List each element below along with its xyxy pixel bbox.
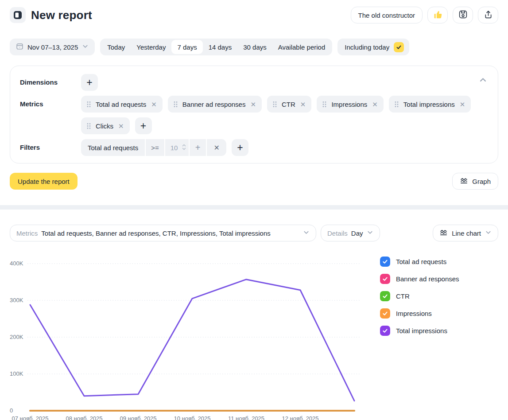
drag-handle-icon[interactable] [87,101,91,108]
chart-metrics-select-value: Total ad requests, Banner ad responses, … [41,229,270,237]
chart-metrics-select[interactable]: Metrics Total ad requests, Banner ad res… [10,225,316,241]
legend-label: Impressions [396,310,432,317]
page-header: New report The old constructor [10,7,498,23]
old-constructor-button[interactable]: The old constructor [351,7,423,23]
remove-metric-icon[interactable]: ✕ [300,101,306,108]
legend-item-total-ad-requests[interactable]: Total ad requests [380,257,459,267]
legend-item-ctr[interactable]: CTR [380,291,459,301]
metrics-label: Metrics [20,96,81,113]
legend-checkbox[interactable] [380,308,390,319]
line-chart-icon [439,228,448,238]
legend-checkbox[interactable] [380,274,390,284]
including-today-toggle[interactable]: Including today [337,39,409,55]
chart-metrics-select-label: Metrics [16,229,38,237]
calendar-icon [16,43,23,51]
remove-metric-icon[interactable]: ✕ [372,101,378,108]
preset-30-days[interactable]: 30 days [237,40,272,54]
save-button[interactable] [453,7,473,23]
y-axis-tick: 400K [10,260,26,268]
chart-details-select[interactable]: Details Day [321,225,380,241]
metric-chip[interactable]: CTR ✕ [267,96,311,113]
section-divider [0,205,508,210]
remove-metric-icon[interactable]: ✕ [151,101,157,108]
chart-type-select[interactable]: Line chart [433,225,498,241]
preset-available-period[interactable]: Available period [272,40,331,54]
share-icon [484,10,493,20]
save-icon [458,10,468,20]
legend-item-total-impressions[interactable]: Total impressions [380,326,459,336]
x-axis-tick: 12 нояб. 2025 [282,415,318,420]
add-filter-button[interactable]: + [232,139,248,156]
chart-details-select-value: Day [351,229,363,237]
y-axis-tick: 100K [10,370,26,378]
like-button[interactable] [427,7,448,23]
preset-yesterday[interactable]: Yesterday [131,40,171,54]
dimensions-label: Dimensions [20,74,81,91]
page-title: New report [31,8,92,22]
dimensions-row: Dimensions + [20,74,488,91]
graph-button-label: Graph [472,178,491,185]
filters-label: Filters [20,139,81,156]
metric-chip[interactable]: Impressions ✕ [317,96,383,113]
period-row: Nov 07–13, 2025 Today Yesterday 7 days 1… [10,39,498,55]
x-axis-tick: 07 нояб. 2025 [12,415,48,420]
filter-field[interactable]: Total ad requests [81,139,145,156]
remove-metric-icon[interactable]: ✕ [118,123,124,129]
y-axis-tick: 200K [10,333,26,341]
x-axis-tick: 08 нояб. 2025 [66,415,102,420]
metric-chip[interactable]: Total impressions ✕ [389,96,471,113]
period-presets: Today Yesterday 7 days 14 days 30 days A… [100,39,332,55]
metric-chip-label: Total ad requests [96,101,146,108]
legend-item-impressions[interactable]: Impressions [380,308,459,319]
date-range-value: Nov 07–13, 2025 [27,43,78,51]
metric-chip[interactable]: Banner ad responses ✕ [168,96,262,113]
drag-handle-icon[interactable] [87,123,91,129]
y-axis-tick: 300K [10,296,26,304]
chevron-up-icon [479,79,487,86]
preset-7-days[interactable]: 7 days [171,40,202,54]
collapse-panel-button[interactable] [476,73,490,88]
chevron-down-icon [303,229,310,237]
chevron-down-icon [82,43,89,51]
date-range-picker[interactable]: Nov 07–13, 2025 [10,39,95,55]
line-chart: 400K 300K 200K 100K 0 07 нояб. 2025 08 н… [10,253,369,420]
x-axis-tick: 09 нояб. 2025 [120,415,156,420]
preset-today[interactable]: Today [101,40,131,54]
drag-handle-icon[interactable] [174,101,178,108]
filter-operator[interactable]: >= [146,139,164,156]
filter-value-input[interactable] [171,144,181,152]
chart-legend: Total ad requests Banner ad responses CT… [380,257,459,420]
drag-handle-icon[interactable] [322,101,326,108]
chart-type-select-value: Line chart [452,229,481,237]
add-dimension-button[interactable]: + [81,74,98,91]
legend-label: Banner ad responses [396,275,459,283]
graph-button[interactable]: Graph [452,173,498,190]
share-button[interactable] [478,7,498,23]
including-today-checkbox[interactable] [394,42,404,52]
legend-checkbox[interactable] [380,326,390,336]
filter-value [165,139,189,156]
remove-metric-icon[interactable]: ✕ [250,101,256,108]
metric-chip[interactable]: Clicks ✕ [81,117,130,134]
remove-metric-icon[interactable]: ✕ [460,101,465,108]
filter-remove-icon[interactable]: ✕ [207,139,226,156]
actions-row: Update the report Graph [10,173,498,190]
add-metric-button[interactable]: + [135,117,152,134]
legend-item-banner-ad-responses[interactable]: Banner ad responses [380,274,459,284]
constructor-panel: Dimensions + Metrics Total ad requests ✕… [10,66,498,163]
drag-handle-icon[interactable] [273,101,277,108]
stepper-icon[interactable] [182,144,186,152]
chart-controls: Metrics Total ad requests, Banner ad res… [10,225,498,241]
drag-handle-icon[interactable] [395,101,399,108]
legend-checkbox[interactable] [380,291,390,301]
chevron-down-icon [367,229,373,237]
filter-add-condition-icon[interactable]: + [190,139,206,156]
filters-row: Filters Total ad requests >= + ✕ + [20,139,488,156]
metric-chip[interactable]: Total ad requests ✕ [81,96,163,113]
report-icon [10,7,26,23]
legend-checkbox[interactable] [380,257,390,267]
thumbs-up-icon [433,10,442,20]
update-report-button[interactable]: Update the report [10,173,78,190]
line-chart-canvas [27,253,361,412]
preset-14-days[interactable]: 14 days [203,40,238,54]
